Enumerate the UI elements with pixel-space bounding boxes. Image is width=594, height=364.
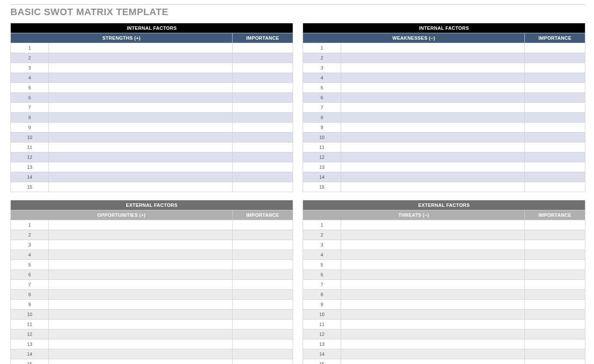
importance-cell[interactable] <box>233 103 293 113</box>
importance-cell[interactable] <box>233 152 293 162</box>
item-cell[interactable] <box>49 43 233 53</box>
importance-cell[interactable] <box>232 320 293 329</box>
importance-cell[interactable] <box>233 172 293 182</box>
importance-cell[interactable] <box>233 63 293 73</box>
importance-cell[interactable] <box>233 113 293 123</box>
item-cell[interactable] <box>49 329 233 339</box>
item-cell[interactable] <box>341 349 525 359</box>
importance-cell[interactable] <box>525 182 585 192</box>
item-cell[interactable] <box>341 320 525 329</box>
importance-cell[interactable] <box>525 63 585 73</box>
item-cell[interactable] <box>341 220 525 230</box>
importance-cell[interactable] <box>232 310 293 320</box>
importance-cell[interactable] <box>524 250 585 260</box>
importance-cell[interactable] <box>524 320 585 329</box>
item-cell[interactable] <box>49 290 233 300</box>
importance-cell[interactable] <box>232 290 293 300</box>
item-cell[interactable] <box>341 172 525 182</box>
importance-cell[interactable] <box>233 83 293 93</box>
importance-cell[interactable] <box>232 349 293 359</box>
importance-cell[interactable] <box>524 310 585 320</box>
importance-cell[interactable] <box>233 73 293 83</box>
importance-cell[interactable] <box>524 329 585 339</box>
importance-cell[interactable] <box>233 93 293 103</box>
item-cell[interactable] <box>49 123 233 133</box>
item-cell[interactable] <box>341 260 525 270</box>
importance-cell[interactable] <box>525 123 585 133</box>
item-cell[interactable] <box>341 240 525 250</box>
item-cell[interactable] <box>341 133 525 142</box>
importance-cell[interactable] <box>525 73 585 83</box>
item-cell[interactable] <box>341 359 525 364</box>
importance-cell[interactable] <box>524 349 585 359</box>
importance-cell[interactable] <box>524 240 585 250</box>
importance-cell[interactable] <box>232 250 293 260</box>
item-cell[interactable] <box>341 152 525 162</box>
item-cell[interactable] <box>49 172 233 182</box>
item-cell[interactable] <box>341 43 525 53</box>
item-cell[interactable] <box>49 142 233 152</box>
importance-cell[interactable] <box>525 43 585 53</box>
item-cell[interactable] <box>49 182 233 192</box>
importance-cell[interactable] <box>524 220 585 230</box>
item-cell[interactable] <box>49 359 233 364</box>
importance-cell[interactable] <box>232 230 293 240</box>
item-cell[interactable] <box>49 103 233 113</box>
item-cell[interactable] <box>341 339 525 349</box>
importance-cell[interactable] <box>525 103 585 113</box>
importance-cell[interactable] <box>524 290 585 300</box>
item-cell[interactable] <box>341 250 525 260</box>
item-cell[interactable] <box>49 250 233 260</box>
item-cell[interactable] <box>49 349 233 359</box>
item-cell[interactable] <box>341 270 525 280</box>
item-cell[interactable] <box>49 310 233 320</box>
item-cell[interactable] <box>49 339 233 349</box>
item-cell[interactable] <box>341 162 525 172</box>
item-cell[interactable] <box>49 93 233 103</box>
importance-cell[interactable] <box>232 240 293 250</box>
importance-cell[interactable] <box>525 93 585 103</box>
importance-cell[interactable] <box>232 300 293 310</box>
importance-cell[interactable] <box>232 329 293 339</box>
importance-cell[interactable] <box>524 339 585 349</box>
item-cell[interactable] <box>49 300 233 310</box>
item-cell[interactable] <box>49 320 233 329</box>
importance-cell[interactable] <box>525 83 585 93</box>
importance-cell[interactable] <box>233 142 293 152</box>
item-cell[interactable] <box>49 63 233 73</box>
item-cell[interactable] <box>49 230 233 240</box>
importance-cell[interactable] <box>525 172 585 182</box>
item-cell[interactable] <box>49 220 233 230</box>
item-cell[interactable] <box>341 103 525 113</box>
item-cell[interactable] <box>341 182 525 192</box>
importance-cell[interactable] <box>233 133 293 142</box>
importance-cell[interactable] <box>233 53 293 63</box>
item-cell[interactable] <box>341 142 525 152</box>
item-cell[interactable] <box>341 329 525 339</box>
item-cell[interactable] <box>341 53 525 63</box>
item-cell[interactable] <box>341 300 525 310</box>
importance-cell[interactable] <box>524 359 585 364</box>
item-cell[interactable] <box>49 260 233 270</box>
item-cell[interactable] <box>49 270 233 280</box>
importance-cell[interactable] <box>525 113 585 123</box>
importance-cell[interactable] <box>525 142 585 152</box>
item-cell[interactable] <box>341 280 525 290</box>
importance-cell[interactable] <box>232 270 293 280</box>
item-cell[interactable] <box>49 83 233 93</box>
importance-cell[interactable] <box>233 43 293 53</box>
item-cell[interactable] <box>341 310 525 320</box>
item-cell[interactable] <box>341 93 525 103</box>
item-cell[interactable] <box>341 123 525 133</box>
importance-cell[interactable] <box>232 359 293 364</box>
importance-cell[interactable] <box>525 152 585 162</box>
item-cell[interactable] <box>49 113 233 123</box>
item-cell[interactable] <box>49 73 233 83</box>
importance-cell[interactable] <box>525 133 585 142</box>
item-cell[interactable] <box>49 240 233 250</box>
item-cell[interactable] <box>49 162 233 172</box>
item-cell[interactable] <box>341 113 525 123</box>
item-cell[interactable] <box>341 83 525 93</box>
importance-cell[interactable] <box>524 260 585 270</box>
importance-cell[interactable] <box>232 339 293 349</box>
